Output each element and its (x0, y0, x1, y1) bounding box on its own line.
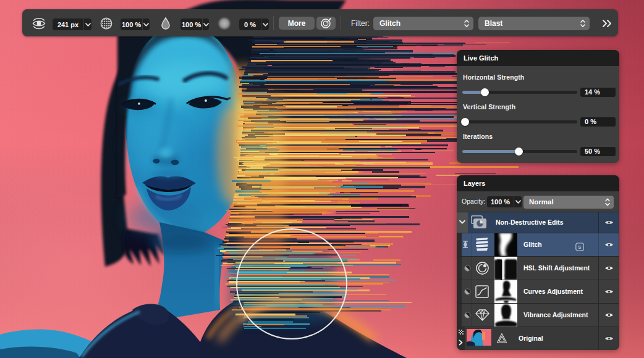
svg-text:S: S (578, 244, 582, 250)
